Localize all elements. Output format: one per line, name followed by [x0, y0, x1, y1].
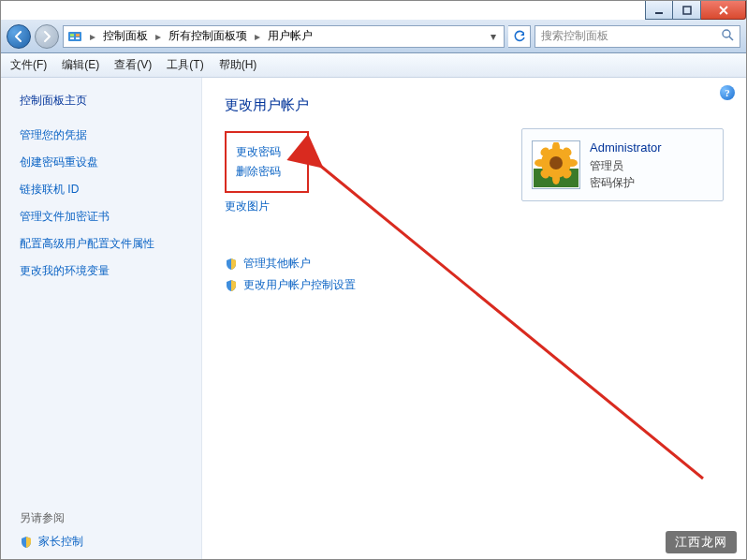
menu-tools[interactable]: 工具(T) [167, 57, 203, 73]
watermark: 江西龙网 [666, 531, 737, 553]
svg-rect-4 [76, 34, 80, 37]
current-account-card: Administrator 管理员 密码保护 [521, 128, 724, 201]
shield-icon [225, 279, 238, 292]
address-dropdown-icon[interactable]: ▾ [487, 30, 500, 43]
svg-rect-1 [683, 7, 691, 14]
highlighted-actions-box: 更改密码 删除密码 [225, 131, 309, 193]
breadcrumb-mid[interactable]: 所有控制面板项 [168, 28, 247, 44]
parental-controls-link[interactable]: 家长控制 [20, 534, 190, 550]
search-placeholder: 搜索控制面板 [541, 28, 608, 44]
shield-icon [20, 536, 33, 549]
avatar [532, 140, 580, 189]
svg-rect-0 [655, 12, 663, 14]
menu-file[interactable]: 文件(F) [10, 57, 47, 73]
manage-other-accounts-label: 管理其他帐户 [243, 256, 311, 272]
account-role: 管理员 [590, 157, 662, 174]
page-title: 更改用户帐户 [225, 96, 724, 114]
uac-settings-link[interactable]: 更改用户帐户控制设置 [225, 277, 724, 293]
svg-point-14 [535, 159, 546, 167]
see-also-label: 另请参阅 [20, 510, 190, 526]
breadcrumb-leaf[interactable]: 用户帐户 [268, 28, 313, 44]
forward-button[interactable] [35, 24, 59, 49]
sidebar: 控制面板主页 管理您的凭据 创建密码重设盘 链接联机 ID 管理文件加密证书 配… [1, 78, 202, 559]
svg-point-7 [723, 30, 730, 37]
navigation-bar: ▸ 控制面板 ▸ 所有控制面板项 ▸ 用户帐户 ▾ 搜索控制面板 [1, 20, 746, 53]
change-password-link[interactable]: 更改密码 [236, 144, 281, 160]
back-button[interactable] [7, 24, 31, 49]
breadcrumb-root[interactable]: 控制面板 [103, 28, 148, 44]
close-button[interactable] [701, 1, 746, 20]
chevron-right-icon: ▸ [253, 30, 262, 43]
sidebar-title[interactable]: 控制面板主页 [20, 93, 190, 109]
account-name: Administrator [590, 139, 662, 157]
account-status: 密码保护 [590, 174, 662, 191]
svg-rect-3 [70, 34, 74, 37]
sidebar-item-reset-disk[interactable]: 创建密码重设盘 [20, 155, 190, 170]
sidebar-item-online-id[interactable]: 链接联机 ID [20, 182, 190, 198]
maximize-button[interactable] [673, 1, 701, 20]
help-icon[interactable]: ? [720, 85, 735, 100]
search-icon [722, 29, 734, 44]
menu-edit[interactable]: 编辑(E) [62, 57, 99, 73]
chevron-right-icon: ▸ [88, 30, 97, 43]
svg-rect-6 [76, 37, 80, 39]
search-input[interactable]: 搜索控制面板 [535, 25, 740, 48]
svg-rect-5 [70, 37, 74, 39]
main-content: ? 更改用户帐户 更改密码 删除密码 更改图片 管理其他帐户 更改用户帐户控制设… [202, 78, 746, 559]
refresh-button[interactable] [508, 25, 531, 48]
menu-help[interactable]: 帮助(H) [219, 57, 257, 73]
svg-point-11 [549, 156, 563, 169]
sidebar-item-env-vars[interactable]: 更改我的环境变量 [20, 263, 190, 279]
parental-controls-label: 家长控制 [38, 534, 83, 550]
sidebar-item-profile-props[interactable]: 配置高级用户配置文件属性 [20, 236, 190, 252]
svg-point-13 [552, 173, 560, 184]
menu-bar: 文件(F) 编辑(E) 查看(V) 工具(T) 帮助(H) [1, 53, 746, 78]
remove-password-link[interactable]: 删除密码 [236, 164, 281, 180]
minimize-button[interactable] [645, 1, 673, 20]
address-bar[interactable]: ▸ 控制面板 ▸ 所有控制面板项 ▸ 用户帐户 ▾ [63, 25, 505, 48]
uac-settings-label: 更改用户帐户控制设置 [243, 277, 356, 293]
control-panel-icon [67, 29, 82, 44]
manage-other-accounts-link[interactable]: 管理其他帐户 [225, 256, 724, 272]
svg-point-15 [566, 159, 578, 167]
menu-view[interactable]: 查看(V) [114, 57, 152, 73]
sidebar-item-encryption-cert[interactable]: 管理文件加密证书 [20, 209, 190, 225]
sidebar-item-credentials[interactable]: 管理您的凭据 [20, 127, 190, 143]
chevron-right-icon: ▸ [154, 30, 163, 43]
shield-icon [225, 258, 238, 271]
